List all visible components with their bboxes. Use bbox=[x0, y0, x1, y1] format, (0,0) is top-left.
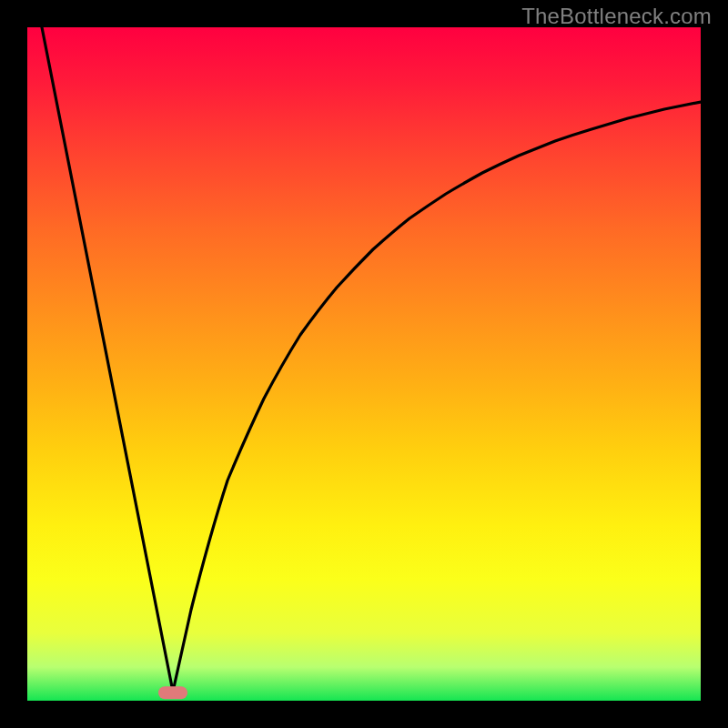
curve-right-segment bbox=[173, 102, 701, 692]
bottleneck-marker bbox=[158, 686, 187, 699]
watermark-text: TheBottleneck.com bbox=[521, 4, 712, 29]
chart-frame: TheBottleneck.com bbox=[0, 0, 728, 728]
bottleneck-curve bbox=[27, 27, 701, 701]
plot-area bbox=[27, 27, 701, 701]
curve-left-segment bbox=[42, 27, 173, 692]
